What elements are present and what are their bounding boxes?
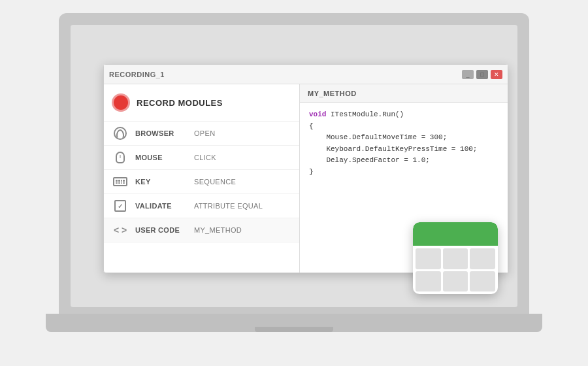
module-name-usercode: USER CODE	[135, 226, 188, 234]
window-titlebar: RECORDING_1 _ □ ✕	[104, 65, 508, 84]
module-name-validate: VALIDATE	[135, 202, 188, 210]
mouse-icon	[112, 151, 129, 164]
close-button[interactable]: ✕	[491, 70, 502, 79]
code-line-4: Keyboard.DefaultKeyPressTime = 100;	[309, 144, 498, 156]
module-row-mouse[interactable]: MOUSE CLICK	[104, 146, 299, 170]
code-line-6: }	[309, 167, 498, 178]
maximize-button[interactable]: □	[476, 70, 488, 79]
code-line-1: void ITestModule.Run()	[309, 109, 498, 121]
record-icon	[112, 93, 130, 112]
keyboard-icon	[112, 175, 129, 188]
laptop-screen-outer: RECORDING_1 _ □ ✕ RECORD MODULES	[59, 13, 529, 314]
calendar-cell	[416, 248, 441, 269]
module-name-key: KEY	[135, 178, 188, 186]
validate-icon: ✓	[112, 199, 129, 212]
module-action-usercode: MY_METHOD	[194, 226, 242, 234]
code-icon: < >	[112, 224, 129, 237]
left-panel: RECORD MODULES BROWSER OPEN	[104, 84, 300, 273]
window-controls: _ □ ✕	[462, 70, 502, 79]
code-line-3: Mouse.DefaultMoveTime = 300;	[309, 132, 498, 144]
module-row-browser[interactable]: BROWSER OPEN	[104, 122, 299, 146]
module-row-key[interactable]: KEY SEQUENCE	[104, 170, 299, 194]
laptop-base	[46, 314, 542, 332]
calendar-cell	[470, 271, 495, 292]
code-tab: MY_METHOD	[300, 84, 508, 103]
laptop-wrapper: RECORDING_1 _ □ ✕ RECORD MODULES	[46, 13, 542, 353]
module-action-browser: OPEN	[194, 129, 215, 137]
module-name-browser: BROWSER	[135, 129, 188, 137]
calendar-header	[413, 222, 498, 246]
calendar-cell	[443, 271, 468, 292]
calendar-cell	[416, 271, 441, 292]
window-title: RECORDING_1	[109, 71, 165, 78]
module-action-mouse: CLICK	[194, 154, 216, 161]
minimize-button[interactable]: _	[462, 70, 474, 79]
laptop-screen-inner: RECORDING_1 _ □ ✕ RECORD MODULES	[71, 25, 517, 307]
module-action-validate: ATTRIBUTE EQUAL	[194, 202, 263, 210]
module-row-validate[interactable]: ✓ VALIDATE ATTRIBUTE EQUAL	[104, 194, 299, 218]
record-title: RECORD MODULES	[137, 98, 223, 108]
module-name-mouse: MOUSE	[135, 154, 188, 161]
calendar-grid	[413, 246, 498, 294]
code-tab-label: MY_METHOD	[308, 90, 357, 97]
code-line-2: {	[309, 121, 498, 133]
module-action-key: SEQUENCE	[194, 178, 236, 186]
calendar-card	[413, 222, 498, 294]
code-line-5: Delay.SpeedFactor = 1.0;	[309, 155, 498, 167]
globe-icon	[112, 127, 129, 140]
calendar-cell	[470, 248, 495, 269]
record-header: RECORD MODULES	[104, 84, 299, 122]
module-row-usercode[interactable]: < > USER CODE MY_METHOD	[104, 218, 299, 242]
calendar-cell	[443, 248, 468, 269]
